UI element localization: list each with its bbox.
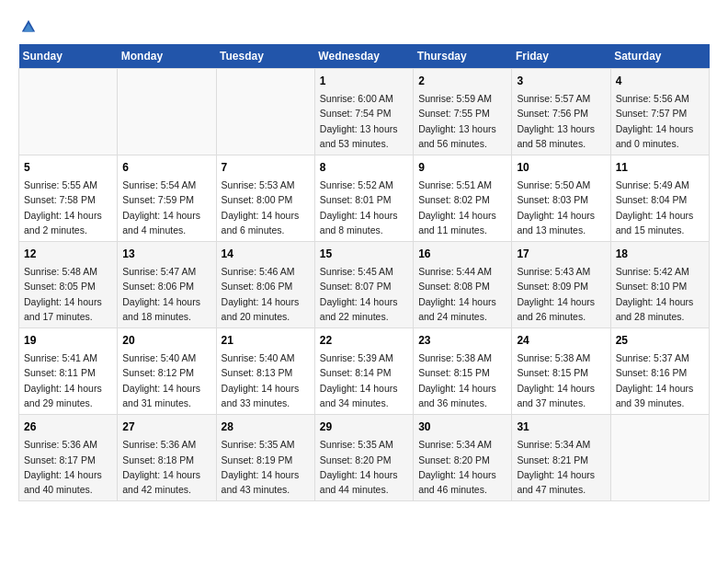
day-number: 16 (418, 246, 506, 262)
day-header-saturday: Saturday (610, 44, 709, 69)
day-info: Sunrise: 5:36 AM Sunset: 8:18 PM Dayligh… (122, 437, 210, 497)
logo-icon (20, 18, 37, 35)
day-info: Sunrise: 5:53 AM Sunset: 8:00 PM Dayligh… (222, 178, 310, 237)
calendar-cell: 24Sunrise: 5:38 AM Sunset: 8:15 PM Dayli… (512, 328, 610, 415)
calendar-cell: 13Sunrise: 5:47 AM Sunset: 8:06 PM Dayli… (118, 242, 216, 328)
calendar-week-row: 19Sunrise: 5:41 AM Sunset: 8:11 PM Dayli… (19, 328, 710, 415)
day-info: Sunrise: 5:50 AM Sunset: 8:03 PM Dayligh… (517, 178, 605, 237)
day-number: 19 (24, 332, 112, 349)
day-number: 26 (24, 419, 112, 435)
day-number: 6 (122, 159, 210, 176)
calendar-cell: 2Sunrise: 5:59 AM Sunset: 7:55 PM Daylig… (414, 69, 512, 155)
calendar-cell: 25Sunrise: 5:37 AM Sunset: 8:16 PM Dayli… (610, 328, 709, 415)
day-number: 7 (222, 159, 310, 176)
calendar-cell: 26Sunrise: 5:36 AM Sunset: 8:17 PM Dayli… (19, 415, 118, 501)
day-number: 11 (616, 159, 704, 176)
day-number: 8 (320, 159, 408, 176)
day-number: 24 (517, 332, 605, 349)
calendar-cell: 6Sunrise: 5:54 AM Sunset: 7:59 PM Daylig… (118, 155, 216, 242)
page-header (18, 18, 710, 35)
day-info: Sunrise: 5:38 AM Sunset: 8:15 PM Dayligh… (517, 350, 605, 410)
day-info: Sunrise: 5:46 AM Sunset: 8:06 PM Dayligh… (222, 264, 310, 324)
calendar-cell: 1Sunrise: 6:00 AM Sunset: 7:54 PM Daylig… (314, 69, 413, 155)
day-info: Sunrise: 5:55 AM Sunset: 7:58 PM Dayligh… (24, 178, 112, 237)
day-header-monday: Monday (118, 44, 216, 69)
day-info: Sunrise: 5:44 AM Sunset: 8:08 PM Dayligh… (418, 264, 506, 324)
calendar-cell: 8Sunrise: 5:52 AM Sunset: 8:01 PM Daylig… (314, 155, 413, 242)
day-info: Sunrise: 5:42 AM Sunset: 8:10 PM Dayligh… (616, 264, 704, 324)
calendar-cell: 11Sunrise: 5:49 AM Sunset: 8:04 PM Dayli… (610, 155, 709, 242)
calendar-week-row: 5Sunrise: 5:55 AM Sunset: 7:58 PM Daylig… (19, 155, 710, 242)
day-info: Sunrise: 5:45 AM Sunset: 8:07 PM Dayligh… (320, 264, 408, 324)
day-number: 29 (320, 419, 408, 435)
day-info: Sunrise: 5:47 AM Sunset: 8:06 PM Dayligh… (122, 264, 210, 324)
day-header-sunday: Sunday (19, 44, 118, 69)
day-info: Sunrise: 5:37 AM Sunset: 8:16 PM Dayligh… (616, 350, 704, 410)
day-number: 25 (616, 332, 704, 349)
calendar-cell: 3Sunrise: 5:57 AM Sunset: 7:56 PM Daylig… (512, 69, 610, 155)
calendar-cell: 4Sunrise: 5:56 AM Sunset: 7:57 PM Daylig… (610, 69, 709, 155)
day-number: 18 (616, 246, 704, 262)
day-number: 27 (122, 419, 210, 435)
calendar-cell: 29Sunrise: 5:35 AM Sunset: 8:20 PM Dayli… (314, 415, 413, 501)
day-header-friday: Friday (512, 44, 610, 69)
calendar-week-row: 1Sunrise: 6:00 AM Sunset: 7:54 PM Daylig… (19, 69, 710, 155)
calendar-cell: 27Sunrise: 5:36 AM Sunset: 8:18 PM Dayli… (118, 415, 216, 501)
day-number: 9 (418, 159, 506, 176)
calendar-cell: 15Sunrise: 5:45 AM Sunset: 8:07 PM Dayli… (314, 242, 413, 328)
day-info: Sunrise: 5:56 AM Sunset: 7:57 PM Dayligh… (616, 91, 704, 151)
calendar-cell: 17Sunrise: 5:43 AM Sunset: 8:09 PM Dayli… (512, 242, 610, 328)
day-info: Sunrise: 5:51 AM Sunset: 8:02 PM Dayligh… (418, 178, 506, 237)
day-number: 5 (24, 159, 112, 176)
day-info: Sunrise: 5:48 AM Sunset: 8:05 PM Dayligh… (24, 264, 112, 324)
day-number: 14 (222, 246, 310, 262)
calendar-cell: 14Sunrise: 5:46 AM Sunset: 8:06 PM Dayli… (216, 242, 314, 328)
calendar-cell: 19Sunrise: 5:41 AM Sunset: 8:11 PM Dayli… (19, 328, 118, 415)
calendar-cell (19, 69, 118, 155)
calendar-header-row: SundayMondayTuesdayWednesdayThursdayFrid… (19, 44, 710, 69)
logo (18, 18, 40, 35)
day-number: 4 (616, 73, 704, 89)
day-info: Sunrise: 5:39 AM Sunset: 8:14 PM Dayligh… (320, 350, 408, 410)
calendar-cell: 21Sunrise: 5:40 AM Sunset: 8:13 PM Dayli… (216, 328, 314, 415)
day-info: Sunrise: 5:35 AM Sunset: 8:19 PM Dayligh… (222, 437, 310, 497)
calendar-cell: 7Sunrise: 5:53 AM Sunset: 8:00 PM Daylig… (216, 155, 314, 242)
day-info: Sunrise: 5:54 AM Sunset: 7:59 PM Dayligh… (122, 178, 210, 237)
day-number: 21 (222, 332, 310, 349)
day-info: Sunrise: 5:34 AM Sunset: 8:21 PM Dayligh… (517, 437, 605, 497)
calendar-cell: 28Sunrise: 5:35 AM Sunset: 8:19 PM Dayli… (216, 415, 314, 501)
day-info: Sunrise: 5:49 AM Sunset: 8:04 PM Dayligh… (616, 178, 704, 237)
calendar-cell: 30Sunrise: 5:34 AM Sunset: 8:20 PM Dayli… (414, 415, 512, 501)
day-number: 2 (418, 73, 506, 89)
calendar-week-row: 12Sunrise: 5:48 AM Sunset: 8:05 PM Dayli… (19, 242, 710, 328)
day-info: Sunrise: 6:00 AM Sunset: 7:54 PM Dayligh… (320, 91, 408, 151)
day-number: 30 (418, 419, 506, 435)
calendar-cell (216, 69, 314, 155)
calendar-cell: 16Sunrise: 5:44 AM Sunset: 8:08 PM Dayli… (414, 242, 512, 328)
day-number: 1 (320, 73, 408, 89)
day-number: 12 (24, 246, 112, 262)
day-info: Sunrise: 5:41 AM Sunset: 8:11 PM Dayligh… (24, 350, 112, 410)
calendar-body: 1Sunrise: 6:00 AM Sunset: 7:54 PM Daylig… (19, 69, 710, 501)
day-header-wednesday: Wednesday (314, 44, 413, 69)
calendar-cell (610, 415, 709, 501)
day-number: 31 (517, 419, 605, 435)
day-info: Sunrise: 5:40 AM Sunset: 8:12 PM Dayligh… (122, 350, 210, 410)
calendar-cell: 20Sunrise: 5:40 AM Sunset: 8:12 PM Dayli… (118, 328, 216, 415)
calendar-cell: 10Sunrise: 5:50 AM Sunset: 8:03 PM Dayli… (512, 155, 610, 242)
calendar-cell (118, 69, 216, 155)
day-number: 13 (122, 246, 210, 262)
day-number: 23 (418, 332, 506, 349)
calendar-cell: 5Sunrise: 5:55 AM Sunset: 7:58 PM Daylig… (19, 155, 118, 242)
calendar-cell: 9Sunrise: 5:51 AM Sunset: 8:02 PM Daylig… (414, 155, 512, 242)
day-number: 20 (122, 332, 210, 349)
calendar-cell: 18Sunrise: 5:42 AM Sunset: 8:10 PM Dayli… (610, 242, 709, 328)
day-number: 3 (517, 73, 605, 89)
day-info: Sunrise: 5:35 AM Sunset: 8:20 PM Dayligh… (320, 437, 408, 497)
day-info: Sunrise: 5:36 AM Sunset: 8:17 PM Dayligh… (24, 437, 112, 497)
calendar-cell: 22Sunrise: 5:39 AM Sunset: 8:14 PM Dayli… (314, 328, 413, 415)
day-header-tuesday: Tuesday (216, 44, 314, 69)
day-info: Sunrise: 5:43 AM Sunset: 8:09 PM Dayligh… (517, 264, 605, 324)
day-info: Sunrise: 5:40 AM Sunset: 8:13 PM Dayligh… (222, 350, 310, 410)
day-number: 28 (222, 419, 310, 435)
